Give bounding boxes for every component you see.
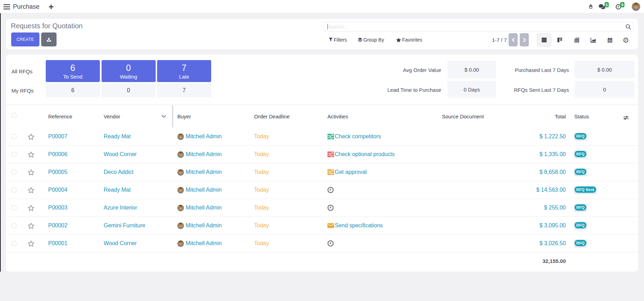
tasks-amber-icon[interactable] bbox=[327, 169, 334, 175]
tasks-red-icon[interactable] bbox=[327, 152, 334, 157]
rfq-reference-link[interactable]: P00002 bbox=[48, 217, 67, 235]
table-row[interactable]: P00005Deco AddictMitchell AdminTodayGet … bbox=[6, 163, 638, 181]
table-row[interactable]: P00007Ready MatMitchell AdminTodayCheck … bbox=[6, 128, 638, 146]
clock-icon[interactable] bbox=[327, 240, 334, 247]
rfq-tile-late[interactable]: 7Late bbox=[157, 60, 211, 82]
favorite-star[interactable] bbox=[28, 146, 42, 163]
vendor-link[interactable]: Wood Corner bbox=[104, 235, 137, 252]
rfq-reference-link[interactable]: P00005 bbox=[48, 163, 67, 181]
column-header-total[interactable]: Total bbox=[555, 113, 566, 119]
column-header-status[interactable]: Status bbox=[574, 113, 589, 119]
rfq-reference-link[interactable]: P00003 bbox=[48, 199, 67, 217]
order-deadline[interactable]: Today bbox=[254, 199, 269, 217]
vendor-link[interactable]: Deco Addict bbox=[104, 163, 133, 181]
pager-next-button[interactable] bbox=[520, 33, 529, 46]
group-by-button[interactable]: Group By bbox=[358, 34, 384, 46]
activity-cell[interactable]: Send specifications bbox=[327, 217, 383, 235]
column-header-activities[interactable]: Activities bbox=[327, 113, 348, 119]
buyer-cell[interactable]: Mitchell Admin bbox=[177, 181, 222, 199]
activity-label[interactable]: Get approval bbox=[335, 169, 367, 175]
favorites-button[interactable]: Favorites bbox=[396, 34, 422, 46]
table-row[interactable]: P00006Wood CornerMitchell AdminTodayChec… bbox=[6, 146, 638, 163]
select-all-checkbox[interactable] bbox=[12, 113, 16, 118]
column-header-buyer[interactable]: Buyer bbox=[177, 113, 191, 119]
view-switch-activity[interactable] bbox=[618, 33, 634, 47]
order-deadline[interactable]: Today bbox=[254, 235, 269, 252]
activity-cell[interactable]: Check optional products bbox=[327, 146, 395, 163]
favorite-star[interactable] bbox=[28, 235, 42, 252]
view-switch-graph[interactable] bbox=[585, 33, 601, 47]
activity-label[interactable]: Check optional products bbox=[335, 151, 395, 157]
table-row[interactable]: P00002Gemini FurnitureMitchell AdminToda… bbox=[6, 217, 638, 235]
rfq-tile-to-send[interactable]: 6To Send bbox=[46, 60, 100, 82]
pager-previous-button[interactable] bbox=[509, 33, 518, 46]
activity-cell[interactable] bbox=[327, 199, 334, 217]
view-switch-kanban[interactable] bbox=[552, 33, 568, 47]
vendor-link[interactable]: Gemini Furniture bbox=[104, 217, 145, 235]
row-checkbox[interactable] bbox=[12, 223, 16, 228]
order-deadline[interactable]: Today bbox=[254, 163, 269, 181]
row-checkbox[interactable] bbox=[12, 241, 16, 246]
row-checkbox[interactable] bbox=[12, 205, 16, 210]
favorite-star[interactable] bbox=[28, 181, 42, 199]
search-icon[interactable] bbox=[626, 24, 631, 31]
envelope-icon[interactable] bbox=[327, 223, 334, 228]
activity-label[interactable]: Send specifications bbox=[335, 222, 383, 229]
buyer-cell[interactable]: Mitchell Admin bbox=[177, 217, 222, 235]
favorite-star[interactable] bbox=[28, 128, 42, 146]
clock-icon[interactable] bbox=[327, 205, 334, 211]
my-rfq-tile-waiting[interactable]: 0 bbox=[102, 83, 156, 97]
order-deadline[interactable]: Today bbox=[254, 146, 269, 163]
clock-icon[interactable] bbox=[327, 187, 334, 193]
vendor-link[interactable]: Azure Interior bbox=[104, 199, 137, 217]
table-row[interactable]: P00003Azure InteriorMitchell AdminToday$… bbox=[6, 199, 638, 217]
activity-cell[interactable] bbox=[327, 181, 334, 199]
rfq-reference-link[interactable]: P00001 bbox=[48, 235, 67, 252]
my-rfq-tile-late[interactable]: 7 bbox=[157, 83, 211, 97]
new-tab-plus-icon[interactable] bbox=[47, 2, 55, 11]
table-row[interactable]: P00001Wood CornerMitchell AdminToday$ 3,… bbox=[6, 235, 638, 252]
favorite-star[interactable] bbox=[28, 163, 42, 181]
vendor-link[interactable]: Wood Corner bbox=[104, 146, 137, 163]
optional-columns-icon[interactable] bbox=[623, 115, 629, 121]
apps-menu-icon[interactable] bbox=[0, 0, 13, 13]
order-deadline[interactable]: Today bbox=[254, 181, 269, 199]
vendor-link[interactable]: Ready Mat bbox=[104, 181, 131, 199]
column-header-source[interactable]: Source Document bbox=[442, 113, 484, 119]
activity-label[interactable]: Check competitors bbox=[335, 133, 381, 140]
debug-bug-icon[interactable] bbox=[587, 3, 594, 10]
favorite-star[interactable] bbox=[28, 217, 42, 235]
activity-cell[interactable]: Check competitors bbox=[327, 128, 381, 146]
row-checkbox[interactable] bbox=[12, 152, 16, 157]
activity-cell[interactable] bbox=[327, 235, 334, 252]
rfq-reference-link[interactable]: P00007 bbox=[48, 128, 67, 146]
table-row[interactable]: P00004Ready MatMitchell AdminToday$ 14,5… bbox=[6, 181, 638, 199]
view-switch-pivot[interactable] bbox=[569, 33, 584, 47]
buyer-cell[interactable]: Mitchell Admin bbox=[177, 128, 222, 146]
column-header-vendor[interactable]: Vendor bbox=[104, 113, 120, 119]
search-input[interactable] bbox=[327, 22, 621, 31]
my-rfq-tile-to-send[interactable]: 6 bbox=[46, 83, 100, 97]
column-header-reference[interactable]: Reference bbox=[48, 113, 72, 119]
row-checkbox[interactable] bbox=[12, 134, 16, 139]
row-checkbox[interactable] bbox=[12, 170, 16, 175]
rfq-tile-waiting[interactable]: 0Waiting bbox=[102, 60, 156, 82]
filters-button[interactable]: Filters bbox=[329, 34, 347, 46]
row-checkbox[interactable] bbox=[12, 188, 16, 192]
vendor-link[interactable]: Ready Mat bbox=[104, 128, 131, 146]
tasks-green-icon[interactable] bbox=[327, 134, 334, 139]
activity-cell[interactable]: Get approval bbox=[327, 163, 367, 181]
export-button[interactable] bbox=[41, 32, 57, 46]
order-deadline[interactable]: Today bbox=[254, 217, 269, 235]
rfq-reference-link[interactable]: P00006 bbox=[48, 146, 67, 163]
buyer-cell[interactable]: Mitchell Admin bbox=[177, 163, 222, 181]
favorite-star[interactable] bbox=[28, 199, 42, 217]
view-switch-calendar[interactable] bbox=[602, 33, 617, 47]
view-switch-list[interactable] bbox=[536, 33, 552, 47]
buyer-cell[interactable]: Mitchell Admin bbox=[177, 146, 222, 163]
rfq-reference-link[interactable]: P00004 bbox=[48, 181, 67, 199]
create-button[interactable]: CREATE bbox=[11, 32, 39, 46]
order-deadline[interactable]: Today bbox=[254, 128, 269, 146]
buyer-cell[interactable]: Mitchell Admin bbox=[177, 199, 222, 217]
column-resize-divider[interactable] bbox=[172, 105, 173, 127]
